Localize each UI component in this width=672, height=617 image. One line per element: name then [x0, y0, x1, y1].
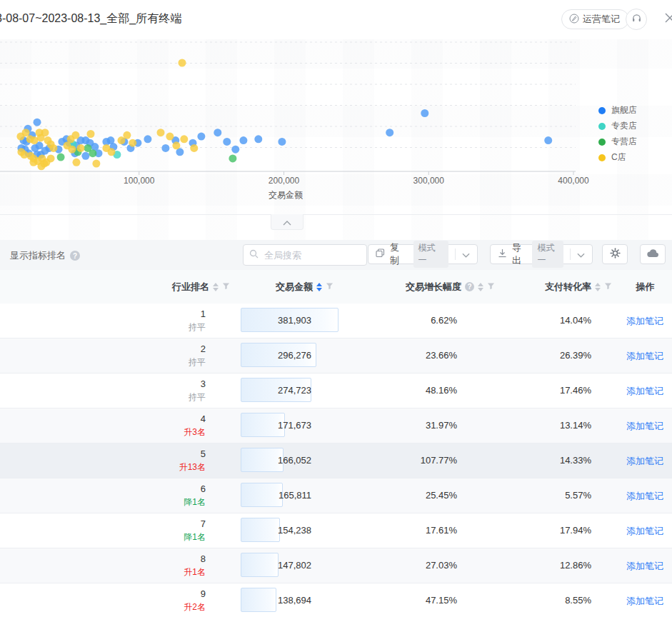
add-note-link[interactable]: 添加笔记 — [626, 350, 663, 363]
scatter-point[interactable] — [157, 129, 165, 136]
scatter-point[interactable] — [254, 135, 262, 143]
table-row[interactable]: 1 持平 381,903 6.62% 14.04% 添加笔记 — [0, 304, 672, 338]
collapse-chart-button[interactable] — [271, 214, 304, 230]
legend-label: C店 — [611, 151, 626, 164]
scatter-point[interactable] — [123, 131, 131, 139]
cloud-button[interactable] — [640, 244, 666, 264]
scatter-point[interactable] — [71, 131, 79, 139]
scatter-point[interactable] — [544, 136, 552, 144]
scatter-point[interactable] — [166, 133, 174, 141]
scatter-point[interactable] — [77, 144, 85, 152]
table-row[interactable]: 2 持平 296,276 23.66% 26.39% 添加笔记 — [0, 338, 672, 373]
amount-cell: 138,694 — [0, 583, 343, 617]
scatter-point[interactable] — [16, 133, 24, 141]
add-note-link[interactable]: 添加笔记 — [626, 420, 663, 433]
scatter-point[interactable] — [421, 109, 428, 117]
scatter-point[interactable] — [57, 154, 65, 161]
growth-value: 27.03% — [343, 560, 457, 571]
dashboard-window: 3-08-07~2023-08-13_全部_所有终端 运营笔记 100,0002… — [0, 0, 672, 617]
gear-icon — [610, 248, 621, 261]
scatter-point[interactable] — [197, 133, 205, 141]
add-note-link[interactable]: 添加笔记 — [626, 560, 663, 573]
sort-icon[interactable] — [595, 283, 601, 291]
scatter-point[interactable] — [89, 149, 96, 157]
scatter-point[interactable] — [231, 146, 239, 154]
table-row[interactable]: 9 升2名 138,694 47.15% 8.55% 添加笔记 — [0, 583, 672, 617]
growth-value: 17.61% — [343, 525, 457, 536]
global-search-box[interactable] — [243, 244, 367, 266]
scatter-point[interactable] — [229, 154, 236, 162]
table-row[interactable]: 6 降1名 165,811 25.45% 5.57% 添加笔记 — [0, 478, 672, 513]
scatter-point[interactable] — [34, 119, 41, 126]
add-note-link[interactable]: 添加笔记 — [626, 315, 663, 328]
sort-icon[interactable] — [213, 283, 219, 291]
window-header: 3-08-07~2023-08-13_全部_所有终端 运营笔记 — [0, 0, 672, 39]
chevron-down-icon[interactable] — [577, 249, 585, 260]
help-icon[interactable]: ? — [70, 251, 80, 261]
help-icon[interactable]: ? — [465, 282, 474, 291]
legend-item-3[interactable]: C店 — [598, 153, 637, 162]
scatter-point[interactable] — [278, 138, 286, 146]
scatter-point[interactable] — [29, 159, 37, 166]
scatter-point[interactable] — [49, 144, 57, 152]
search-input[interactable] — [263, 249, 344, 261]
filter-icon[interactable] — [326, 281, 334, 292]
column-header-amount[interactable]: 交易金额 — [234, 270, 334, 304]
close-button[interactable] — [662, 11, 672, 27]
svg-text:400,000: 400,000 — [558, 176, 589, 186]
add-note-link[interactable]: 添加笔记 — [626, 455, 663, 468]
filter-icon[interactable] — [487, 281, 495, 292]
legend-item-2[interactable]: 专营店 — [598, 137, 637, 146]
column-header-rank[interactable]: 行业排名 — [143, 270, 230, 304]
filter-icon[interactable] — [604, 281, 612, 292]
scatter-point[interactable] — [172, 141, 180, 149]
amount-cell: 381,903 — [0, 304, 343, 338]
scatter-point[interactable] — [41, 129, 49, 136]
add-note-link[interactable]: 添加笔记 — [626, 490, 663, 503]
scatter-point[interactable] — [87, 130, 95, 138]
scatter-point[interactable] — [180, 135, 188, 143]
settings-button[interactable] — [602, 244, 628, 264]
scatter-point[interactable] — [68, 146, 76, 154]
scatter-point[interactable] — [81, 152, 89, 160]
scatter-point[interactable] — [92, 160, 100, 168]
scatter-point[interactable] — [190, 144, 198, 152]
conversion-value: 8.55% — [477, 595, 591, 606]
operation-notes-button[interactable]: 运营笔记 — [561, 9, 629, 29]
scatter-point[interactable] — [17, 148, 25, 156]
scatter-point[interactable] — [179, 59, 186, 67]
copy-button-group[interactable]: 复制 模式一 — [368, 244, 478, 264]
export-button-group[interactable]: 导出 模式一 — [490, 244, 593, 264]
table-row[interactable]: 5 升13名 166,052 107.77% 14.33% 添加笔记 — [0, 443, 672, 478]
sort-icon[interactable] — [478, 283, 483, 291]
amount-cell: 171,673 — [0, 408, 343, 443]
column-header-growth[interactable]: 交易增长幅度 ? — [357, 270, 495, 304]
headphones-button[interactable] — [626, 9, 647, 30]
table-row[interactable]: 7 降1名 154,238 17.61% 17.94% 添加笔记 — [0, 513, 672, 548]
scatter-point[interactable] — [239, 136, 247, 144]
chevron-down-icon[interactable] — [462, 249, 470, 260]
add-note-link[interactable]: 添加笔记 — [626, 525, 663, 538]
filter-icon[interactable] — [222, 281, 230, 292]
scatter-point[interactable] — [73, 159, 81, 166]
add-note-link[interactable]: 添加笔记 — [626, 385, 663, 398]
scatter-point[interactable] — [144, 135, 151, 143]
pen-icon — [569, 14, 579, 26]
legend-item-0[interactable]: 旗舰店 — [598, 106, 637, 115]
scatter-point[interactable] — [108, 148, 116, 156]
scatter-point[interactable] — [40, 160, 48, 168]
legend-item-1[interactable]: 专卖店 — [598, 121, 637, 131]
table-row[interactable]: 3 持平 274,723 48.16% 17.46% 添加笔记 — [0, 373, 672, 408]
scatter-point[interactable] — [223, 138, 231, 146]
sort-icon-active[interactable] — [316, 283, 322, 291]
scatter-point[interactable] — [214, 129, 221, 136]
table-row[interactable]: 4 升3名 171,673 31.97% 13.14% 添加笔记 — [0, 408, 672, 443]
scatter-point[interactable] — [129, 139, 136, 147]
scatter-point[interactable] — [47, 154, 55, 162]
table-row[interactable]: 8 升1名 147,802 27.03% 12.86% 添加笔记 — [0, 548, 672, 583]
add-note-link[interactable]: 添加笔记 — [626, 595, 663, 608]
scatter-point[interactable] — [386, 129, 393, 136]
growth-value: 48.16% — [343, 385, 457, 396]
column-header-conversion[interactable]: 支付转化率 — [500, 270, 612, 304]
scatter-point[interactable] — [161, 144, 169, 152]
